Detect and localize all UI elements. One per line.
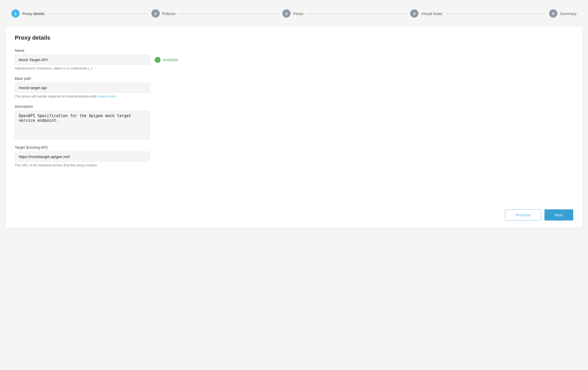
name-input[interactable]: [15, 55, 150, 65]
step-connector-2: [179, 13, 279, 14]
name-row: ✓ Available: [15, 55, 573, 65]
step-2-number: 2: [151, 9, 160, 18]
step-3-label: Flows: [293, 11, 303, 16]
target-field-group: Target (Existing API) The URL of the bac…: [15, 145, 573, 167]
stepper: 1 Proxy details 2 Policies 3 Flows 4 Vir…: [5, 5, 583, 22]
step-3: 3 Flows: [282, 9, 303, 18]
step-1: 1 Proxy details: [11, 9, 45, 18]
name-hint: Alphanumeric characters, dash (-) or und…: [15, 66, 573, 70]
step-4: 4 Virtual hosts: [410, 9, 442, 18]
step-5-label: Summary: [560, 11, 577, 16]
learn-more-link[interactable]: Learn more: [98, 94, 115, 98]
description-input[interactable]: OpenAPI Specification for the Apigee moc…: [15, 111, 150, 139]
step-1-number: 1: [11, 9, 20, 18]
step-connector-4: [445, 13, 546, 14]
main-card: Proxy details Name ✓ Available Alphanume…: [5, 26, 583, 228]
available-badge: ✓ Available: [155, 57, 178, 63]
step-5-number: 5: [549, 9, 557, 18]
step-1-label: Proxy details: [22, 11, 45, 16]
next-button[interactable]: Next: [544, 209, 573, 220]
step-3-number: 3: [282, 9, 291, 18]
target-input[interactable]: [15, 152, 150, 162]
check-icon: ✓: [155, 57, 160, 63]
step-2-label: Policies: [162, 11, 176, 16]
available-text: Available: [163, 58, 178, 62]
description-label: Description: [15, 104, 573, 109]
button-row: Previous Next: [505, 209, 573, 220]
step-connector-3: [306, 13, 407, 14]
step-connector-1: [48, 13, 148, 14]
base-path-hint: This proxy will handle requests on hostn…: [15, 94, 573, 98]
description-field-group: Description OpenAPI Specification for th…: [15, 104, 573, 139]
base-path-input[interactable]: [15, 83, 150, 93]
target-label: Target (Existing API): [15, 145, 573, 150]
step-5: 5 Summary: [549, 9, 577, 18]
page-title: Proxy details: [15, 34, 573, 41]
name-field-group: Name ✓ Available Alphanumeric characters…: [15, 48, 573, 70]
base-path-label: Base path: [15, 76, 573, 81]
step-4-label: Virtual hosts: [421, 11, 442, 16]
name-label: Name: [15, 48, 573, 53]
target-hint: The URL of the backend service that this…: [15, 163, 573, 167]
step-4-number: 4: [410, 9, 418, 18]
previous-button[interactable]: Previous: [505, 209, 541, 220]
step-2: 2 Policies: [151, 9, 176, 18]
base-path-field-group: Base path This proxy will handle request…: [15, 76, 573, 98]
